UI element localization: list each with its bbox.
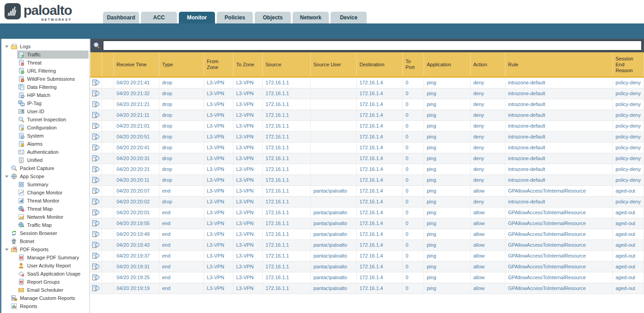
- log-row[interactable]: 04/20 20:19:25endL3-VPNL3-VPN172.16.1.1p…: [90, 272, 644, 283]
- log-detail-icon[interactable]: [90, 283, 102, 294]
- log-row[interactable]: 04/20 20:19:55endL3-VPNL3-VPN172.16.1.1p…: [90, 218, 644, 229]
- log-row[interactable]: 04/20 20:20:02dropL3-VPNL3-VPN172.16.1.1…: [90, 197, 644, 207]
- search-icon: [93, 42, 101, 50]
- log-row[interactable]: 04/20 20:20:11dropL3-VPNL3-VPN172.16.1.1…: [90, 175, 644, 186]
- log-row[interactable]: 04/20 20:20:31dropL3-VPNL3-VPN172.16.1.1…: [90, 153, 644, 164]
- sidebar-item-traffic-map[interactable]: Traffic Map: [1, 221, 89, 229]
- log-detail-icon[interactable]: [90, 262, 102, 272]
- column-header-receive-time[interactable]: Receive Time: [114, 52, 159, 77]
- column-header-action[interactable]: Action: [471, 52, 505, 77]
- log-detail-icon[interactable]: [90, 207, 102, 218]
- sidebar-item-system[interactable]: System: [1, 132, 89, 140]
- sidebar-item-report-groups[interactable]: Report Groups: [1, 278, 89, 286]
- expander-down-icon[interactable]: [4, 46, 10, 48]
- log-row[interactable]: 04/20 20:20:01endL3-VPNL3-VPN172.16.1.1p…: [90, 207, 644, 218]
- cell-session-end-reason: policy-deny: [613, 99, 644, 110]
- sidebar-item-threat[interactable]: Threat: [1, 59, 89, 67]
- log-row[interactable]: 04/20 20:20:07endL3-VPNL3-VPN172.16.1.1p…: [90, 186, 644, 197]
- sidebar-item-reports[interactable]: Reports: [1, 302, 89, 310]
- sidebar-item-authentication[interactable]: Authentication: [1, 148, 89, 156]
- log-detail-icon[interactable]: [90, 175, 102, 185]
- log-row[interactable]: 04/20 20:19:37endL3-VPNL3-VPN172.16.1.1p…: [90, 251, 644, 262]
- column-header-to-zone[interactable]: To Zone: [233, 52, 263, 77]
- expander-down-icon[interactable]: [4, 249, 10, 251]
- log-detail-icon[interactable]: [90, 197, 102, 207]
- sidebar-item-botnet[interactable]: Botnet: [1, 237, 89, 245]
- sidebar-item-network-monitor[interactable]: Network Monitor: [1, 213, 89, 221]
- sidebar-item-manage-pdf-summary[interactable]: Manage PDF Summary: [1, 253, 89, 262]
- column-header-rule[interactable]: Rule: [505, 52, 613, 77]
- log-detail-icon[interactable]: [90, 229, 102, 239]
- log-row[interactable]: 04/20 20:20:51dropL3-VPNL3-VPN172.16.1.1…: [90, 132, 644, 143]
- sidebar-item-hip-match[interactable]: HIP Match: [1, 91, 89, 99]
- sidebar-item-tunnel-inspection[interactable]: Tunnel Inspection: [1, 115, 89, 124]
- tab-objects[interactable]: Objects: [255, 12, 291, 23]
- sidebar-item-traffic[interactable]: Traffic: [1, 51, 89, 59]
- column-header-source[interactable]: Source: [263, 52, 311, 77]
- log-detail-icon[interactable]: [90, 121, 102, 131]
- sidebar-item-threat-monitor[interactable]: Threat Monitor: [1, 197, 89, 205]
- sidebar-item-wildfire-submissions[interactable]: WildFire Submissions: [1, 75, 89, 83]
- tab-network[interactable]: Network: [293, 12, 329, 23]
- sidebar-item-user-id[interactable]: User-ID: [1, 107, 89, 115]
- log-detail-icon[interactable]: [90, 88, 102, 99]
- column-header-destination[interactable]: Destination: [357, 52, 403, 77]
- log-detail-icon[interactable]: [90, 186, 102, 196]
- tab-monitor[interactable]: Monitor: [179, 12, 215, 23]
- sidebar-item-email-scheduler[interactable]: Email Scheduler: [1, 286, 89, 294]
- sidebar-item-session-browser[interactable]: Session Browser: [1, 229, 89, 237]
- log-detail-icon[interactable]: [90, 240, 102, 250]
- sidebar-item-packet-capture[interactable]: Packet Capture: [1, 164, 89, 172]
- log-row[interactable]: 04/20 20:21:11dropL3-VPNL3-VPN172.16.1.1…: [90, 110, 644, 121]
- log-row[interactable]: 04/20 20:19:49endL3-VPNL3-VPN172.16.1.1p…: [90, 229, 644, 240]
- tab-dashboard[interactable]: Dashboard: [103, 12, 139, 23]
- log-detail-icon[interactable]: [90, 218, 102, 229]
- log-detail-icon[interactable]: [90, 272, 102, 283]
- tab-policies[interactable]: Policies: [217, 12, 253, 23]
- sidebar-item-threat-map[interactable]: Threat Map: [1, 205, 89, 213]
- log-row[interactable]: 04/20 20:19:19endL3-VPNL3-VPN172.16.1.1p…: [90, 283, 644, 294]
- column-header-to-port[interactable]: To Port: [403, 52, 424, 77]
- sidebar-item-ip-tag[interactable]: IP-Tag: [1, 99, 89, 107]
- column-header-from-zone[interactable]: From Zone: [204, 52, 233, 77]
- sidebar-item-change-monitor[interactable]: Change Monitor: [1, 189, 89, 197]
- tab-acc[interactable]: ACC: [141, 12, 177, 23]
- column-header-type[interactable]: Type: [159, 52, 204, 77]
- cell-source-user: pantac\paloalto: [311, 240, 357, 250]
- log-detail-icon[interactable]: [90, 78, 102, 88]
- log-detail-icon[interactable]: [90, 132, 102, 142]
- log-detail-icon[interactable]: [90, 143, 102, 153]
- log-row[interactable]: 04/20 20:20:41dropL3-VPNL3-VPN172.16.1.1…: [90, 143, 644, 153]
- log-detail-icon[interactable]: [90, 153, 102, 164]
- expander-down-icon[interactable]: [4, 175, 10, 178]
- log-row[interactable]: 04/20 20:21:01dropL3-VPNL3-VPN172.16.1.1…: [90, 121, 644, 132]
- log-row[interactable]: 04/20 20:20:21dropL3-VPNL3-VPN172.16.1.1…: [90, 164, 644, 175]
- column-header-session-end-reason[interactable]: Session End Reason: [613, 52, 644, 77]
- sidebar-item-alarms[interactable]: Alarms: [1, 140, 89, 148]
- sidebar-item-configuration[interactable]: Configuration: [1, 124, 89, 132]
- sidebar-item-unified[interactable]: Unified: [1, 156, 89, 164]
- log-row[interactable]: 04/20 20:21:41dropL3-VPNL3-VPN172.16.1.1…: [90, 78, 644, 88]
- sidebar-item-data-filtering[interactable]: Data Filtering: [1, 83, 89, 91]
- tab-device[interactable]: Device: [331, 12, 367, 23]
- log-row[interactable]: 04/20 20:19:31endL3-VPNL3-VPN172.16.1.1p…: [90, 262, 644, 272]
- log-row[interactable]: 04/20 20:19:43endL3-VPNL3-VPN172.16.1.1p…: [90, 240, 644, 251]
- sidebar-item-user-activity-report[interactable]: User Activity Report: [1, 262, 89, 270]
- sidebar-item-manage-custom-reports[interactable]: Manage Custom Reports: [1, 294, 89, 302]
- log-filter-input[interactable]: [103, 41, 642, 51]
- log-detail-icon[interactable]: [90, 110, 102, 120]
- sidebar-item-app-scope[interactable]: App Scope: [1, 172, 89, 180]
- log-detail-icon[interactable]: [90, 99, 102, 110]
- column-header-source-user[interactable]: Source User: [311, 52, 357, 77]
- sidebar-item-logs[interactable]: Logs: [1, 42, 89, 51]
- log-row[interactable]: 04/20 20:21:21dropL3-VPNL3-VPN172.16.1.1…: [90, 99, 644, 110]
- log-detail-icon[interactable]: [90, 164, 102, 175]
- sidebar-item-saas-application-usage[interactable]: SaaS Application Usage: [1, 270, 89, 278]
- sidebar-item-summary[interactable]: Summary: [1, 180, 89, 189]
- log-detail-icon[interactable]: [90, 251, 102, 261]
- column-header-application[interactable]: Application: [424, 52, 471, 77]
- sidebar-item-pdf-reports[interactable]: PDF Reports: [1, 245, 89, 253]
- sidebar-item-url-filtering[interactable]: URL Filtering: [1, 67, 89, 75]
- log-row[interactable]: 04/20 20:21:32dropL3-VPNL3-VPN172.16.1.1…: [90, 88, 644, 99]
- log-flags-cell: [102, 132, 114, 142]
